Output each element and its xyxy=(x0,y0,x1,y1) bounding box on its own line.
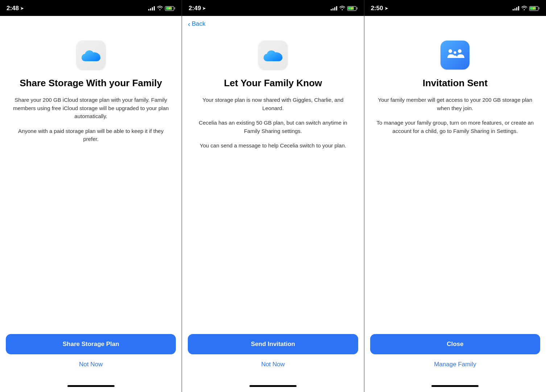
wifi-icon xyxy=(339,5,345,11)
battery-icon: ⚡ xyxy=(529,6,539,11)
body-paragraph: Cecelia has an existing 50 GB plan, but … xyxy=(192,119,353,135)
screen-content: Invitation SentYour family member will g… xyxy=(364,32,546,334)
phone-screen-2: 2:49 ➤ ⚡‹Back Let Your Family KnowYour s… xyxy=(182,0,364,392)
body-paragraph: To manage your family group, turn on mor… xyxy=(375,119,536,135)
body-paragraph: You can send a message to help Cecelia s… xyxy=(192,142,353,150)
nav-bar-empty xyxy=(364,16,546,32)
screen-body: Your family member will get access to yo… xyxy=(375,96,536,135)
secondary-button[interactable]: Not Now xyxy=(261,359,285,370)
body-paragraph: Anyone with a paid storage plan will be … xyxy=(10,127,171,143)
nav-bar: ‹Back xyxy=(182,16,364,32)
icloud-icon xyxy=(263,49,283,62)
screen-body: Your storage plan is now shared with Gig… xyxy=(192,96,353,150)
home-indicator xyxy=(364,380,546,392)
home-bar xyxy=(431,385,479,387)
primary-button[interactable]: Close xyxy=(370,334,540,354)
svg-point-0 xyxy=(448,49,452,53)
screen-title: Invitation Sent xyxy=(423,78,488,89)
screen-title: Let Your Family Know xyxy=(224,78,322,89)
phone-screen-3: 2:50 ➤ ⚡ Invitation SentYour family memb… xyxy=(364,0,546,392)
back-button[interactable]: ‹Back xyxy=(188,20,205,28)
status-icons: ⚡ xyxy=(331,5,357,11)
bottom-area: Share Storage PlanNot Now xyxy=(0,334,182,380)
secondary-button[interactable]: Not Now xyxy=(79,359,103,370)
status-bar: 2:50 ➤ ⚡ xyxy=(364,0,546,16)
bottom-area: CloseManage Family xyxy=(364,334,546,380)
status-time: 2:50 ➤ xyxy=(371,5,388,12)
screen-title: Share Storage With your Family xyxy=(20,78,162,89)
family-icon xyxy=(446,48,464,62)
back-label: Back xyxy=(192,20,206,28)
back-chevron-icon: ‹ xyxy=(188,20,190,28)
phone-screen-1: 2:48 ➤ ⚡ Share Storage With your FamilyS… xyxy=(0,0,182,392)
status-icons: ⚡ xyxy=(148,5,175,11)
home-indicator xyxy=(0,380,182,392)
app-icon xyxy=(440,41,470,70)
secondary-button[interactable]: Manage Family xyxy=(434,359,476,370)
bottom-area: Send InvitationNot Now xyxy=(182,334,364,380)
battery-icon: ⚡ xyxy=(165,6,175,11)
signal-icon xyxy=(148,6,155,11)
signal-icon xyxy=(513,6,519,11)
home-bar xyxy=(249,385,297,387)
screen-body: Share your 200 GB iCloud storage plan wi… xyxy=(10,96,171,143)
wifi-icon xyxy=(157,5,163,11)
primary-button[interactable]: Share Storage Plan xyxy=(6,334,176,354)
svg-point-2 xyxy=(458,49,462,53)
status-bar: 2:49 ➤ ⚡ xyxy=(182,0,364,16)
status-bar: 2:48 ➤ ⚡ xyxy=(0,0,182,16)
screen-content: Let Your Family KnowYour storage plan is… xyxy=(182,32,364,334)
screen-content: Share Storage With your FamilyShare your… xyxy=(0,32,182,334)
primary-button[interactable]: Send Invitation xyxy=(188,334,358,354)
home-indicator xyxy=(182,380,364,392)
body-paragraph: Your family member will get access to yo… xyxy=(375,96,536,112)
location-icon: ➤ xyxy=(385,6,388,11)
app-icon xyxy=(76,41,106,70)
body-paragraph: Share your 200 GB iCloud storage plan wi… xyxy=(10,96,171,121)
nav-bar-empty xyxy=(0,16,182,32)
location-icon: ➤ xyxy=(20,6,24,11)
body-paragraph: Your storage plan is now shared with Gig… xyxy=(192,96,353,112)
location-icon: ➤ xyxy=(202,6,206,11)
status-time: 2:49 ➤ xyxy=(189,5,206,12)
battery-icon: ⚡ xyxy=(347,6,357,11)
signal-icon xyxy=(331,6,337,11)
status-time: 2:48 ➤ xyxy=(7,5,24,12)
wifi-icon xyxy=(521,5,527,11)
home-bar xyxy=(67,385,115,387)
icloud-icon xyxy=(81,49,101,62)
svg-point-1 xyxy=(454,51,456,54)
status-icons: ⚡ xyxy=(513,5,539,11)
app-icon xyxy=(258,41,288,70)
